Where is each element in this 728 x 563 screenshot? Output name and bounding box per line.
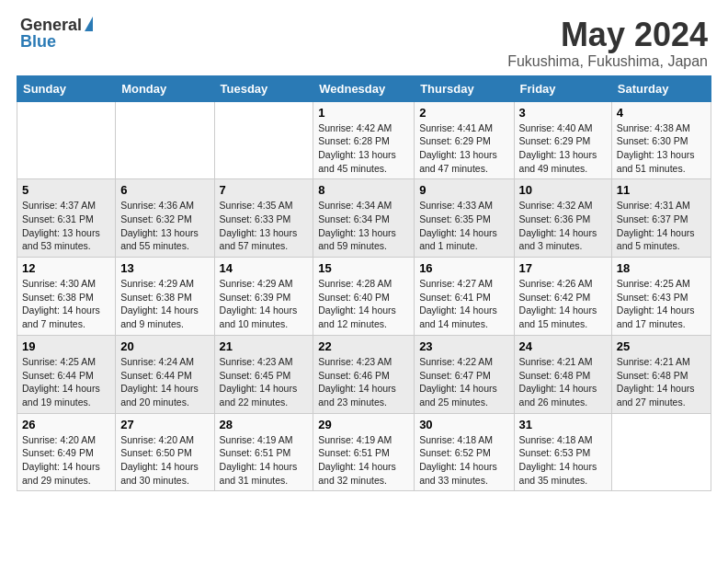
page-header: General Blue May 2024 Fukushima, Fukushi… [9, 9, 719, 75]
calendar-cell: 25Sunrise: 4:21 AM Sunset: 6:48 PM Dayli… [611, 335, 711, 413]
day-info: Sunrise: 4:23 AM Sunset: 6:45 PM Dayligh… [220, 355, 309, 409]
day-info: Sunrise: 4:25 AM Sunset: 6:44 PM Dayligh… [22, 355, 110, 409]
day-number: 1 [318, 106, 409, 120]
day-number: 5 [22, 183, 110, 197]
day-info: Sunrise: 4:29 AM Sunset: 6:38 PM Dayligh… [120, 277, 209, 331]
day-number: 21 [220, 339, 309, 353]
day-header-monday: Monday [116, 75, 214, 101]
calendar-cell: 24Sunrise: 4:21 AM Sunset: 6:48 PM Dayli… [514, 335, 611, 413]
calendar-cell: 29Sunrise: 4:19 AM Sunset: 6:51 PM Dayli… [313, 413, 415, 491]
day-info: Sunrise: 4:37 AM Sunset: 6:31 PM Dayligh… [22, 199, 110, 253]
calendar-wrapper: SundayMondayTuesdayWednesdayThursdayFrid… [9, 75, 719, 500]
day-header-thursday: Thursday [415, 75, 514, 101]
day-number: 15 [318, 261, 409, 275]
logo-general-text: General [20, 17, 82, 33]
week-row-1: 1Sunrise: 4:42 AM Sunset: 6:28 PM Daylig… [17, 101, 711, 179]
logo-blue-text: Blue [20, 33, 56, 50]
calendar-cell: 21Sunrise: 4:23 AM Sunset: 6:45 PM Dayli… [214, 335, 313, 413]
day-number: 7 [220, 183, 309, 197]
day-info: Sunrise: 4:42 AM Sunset: 6:28 PM Dayligh… [318, 121, 409, 176]
day-info: Sunrise: 4:30 AM Sunset: 6:38 PM Dayligh… [22, 277, 110, 331]
week-row-2: 5Sunrise: 4:37 AM Sunset: 6:31 PM Daylig… [17, 179, 711, 258]
day-number: 3 [519, 106, 607, 120]
day-info: Sunrise: 4:24 AM Sunset: 6:44 PM Dayligh… [120, 355, 209, 409]
calendar-cell: 19Sunrise: 4:25 AM Sunset: 6:44 PM Dayli… [17, 335, 116, 413]
calendar-cell: 4Sunrise: 4:38 AM Sunset: 6:30 PM Daylig… [611, 101, 711, 179]
calendar-cell: 11Sunrise: 4:31 AM Sunset: 6:37 PM Dayli… [611, 179, 711, 258]
location-title: Fukushima, Fukushima, Japan [507, 53, 708, 70]
calendar-cell [116, 101, 214, 179]
day-header-saturday: Saturday [611, 75, 711, 101]
week-row-5: 26Sunrise: 4:20 AM Sunset: 6:49 PM Dayli… [17, 413, 711, 491]
header-row: SundayMondayTuesdayWednesdayThursdayFrid… [17, 75, 711, 101]
calendar-cell: 16Sunrise: 4:27 AM Sunset: 6:41 PM Dayli… [415, 258, 514, 336]
day-number: 14 [220, 261, 309, 275]
title-area: May 2024 Fukushima, Fukushima, Japan [507, 17, 708, 70]
day-number: 25 [617, 339, 706, 353]
calendar-cell: 9Sunrise: 4:33 AM Sunset: 6:35 PM Daylig… [415, 179, 514, 258]
day-number: 2 [419, 106, 508, 120]
day-number: 4 [617, 106, 706, 120]
calendar-cell: 5Sunrise: 4:37 AM Sunset: 6:31 PM Daylig… [17, 179, 116, 258]
day-info: Sunrise: 4:21 AM Sunset: 6:48 PM Dayligh… [519, 355, 607, 409]
day-header-wednesday: Wednesday [313, 75, 415, 101]
day-number: 27 [120, 418, 209, 431]
calendar-cell: 6Sunrise: 4:36 AM Sunset: 6:32 PM Daylig… [116, 179, 214, 258]
day-number: 20 [120, 339, 209, 353]
calendar-cell: 20Sunrise: 4:24 AM Sunset: 6:44 PM Dayli… [116, 335, 214, 413]
day-header-friday: Friday [514, 75, 611, 101]
day-number: 13 [120, 261, 209, 275]
day-number: 10 [519, 183, 607, 197]
day-info: Sunrise: 4:20 AM Sunset: 6:49 PM Dayligh… [22, 433, 110, 488]
calendar-cell: 13Sunrise: 4:29 AM Sunset: 6:38 PM Dayli… [116, 258, 214, 336]
day-number: 6 [120, 183, 209, 197]
day-info: Sunrise: 4:18 AM Sunset: 6:53 PM Dayligh… [519, 433, 607, 488]
day-number: 12 [22, 261, 110, 275]
logo-triangle-icon [85, 17, 93, 31]
day-info: Sunrise: 4:29 AM Sunset: 6:39 PM Dayligh… [220, 277, 309, 331]
calendar-cell [17, 101, 116, 179]
day-info: Sunrise: 4:32 AM Sunset: 6:36 PM Dayligh… [519, 199, 607, 253]
calendar-cell: 22Sunrise: 4:23 AM Sunset: 6:46 PM Dayli… [313, 335, 415, 413]
day-info: Sunrise: 4:41 AM Sunset: 6:29 PM Dayligh… [419, 121, 508, 176]
day-info: Sunrise: 4:22 AM Sunset: 6:47 PM Dayligh… [419, 355, 508, 409]
day-number: 29 [318, 418, 409, 431]
calendar-table: SundayMondayTuesdayWednesdayThursdayFrid… [17, 75, 711, 492]
calendar-cell: 28Sunrise: 4:19 AM Sunset: 6:51 PM Dayli… [214, 413, 313, 491]
calendar-cell: 10Sunrise: 4:32 AM Sunset: 6:36 PM Dayli… [514, 179, 611, 258]
day-info: Sunrise: 4:40 AM Sunset: 6:29 PM Dayligh… [519, 121, 607, 176]
calendar-cell: 7Sunrise: 4:35 AM Sunset: 6:33 PM Daylig… [214, 179, 313, 258]
calendar-cell: 14Sunrise: 4:29 AM Sunset: 6:39 PM Dayli… [214, 258, 313, 336]
month-title: May 2024 [507, 17, 708, 53]
calendar-cell [611, 413, 711, 491]
day-info: Sunrise: 4:25 AM Sunset: 6:43 PM Dayligh… [617, 277, 706, 331]
calendar-cell: 27Sunrise: 4:20 AM Sunset: 6:50 PM Dayli… [116, 413, 214, 491]
day-number: 16 [419, 261, 508, 275]
day-number: 18 [617, 261, 706, 275]
day-number: 28 [220, 418, 309, 431]
calendar-cell: 3Sunrise: 4:40 AM Sunset: 6:29 PM Daylig… [514, 101, 611, 179]
day-info: Sunrise: 4:28 AM Sunset: 6:40 PM Dayligh… [318, 277, 409, 331]
day-number: 17 [519, 261, 607, 275]
day-number: 19 [22, 339, 110, 353]
day-number: 22 [318, 339, 409, 353]
calendar-cell: 12Sunrise: 4:30 AM Sunset: 6:38 PM Dayli… [17, 258, 116, 336]
week-row-4: 19Sunrise: 4:25 AM Sunset: 6:44 PM Dayli… [17, 335, 711, 413]
calendar-cell: 18Sunrise: 4:25 AM Sunset: 6:43 PM Dayli… [611, 258, 711, 336]
day-info: Sunrise: 4:35 AM Sunset: 6:33 PM Dayligh… [220, 199, 309, 253]
calendar-cell: 23Sunrise: 4:22 AM Sunset: 6:47 PM Dayli… [415, 335, 514, 413]
day-info: Sunrise: 4:38 AM Sunset: 6:30 PM Dayligh… [617, 121, 706, 176]
day-number: 8 [318, 183, 409, 197]
day-info: Sunrise: 4:34 AM Sunset: 6:34 PM Dayligh… [318, 199, 409, 253]
day-info: Sunrise: 4:36 AM Sunset: 6:32 PM Dayligh… [120, 199, 209, 253]
day-info: Sunrise: 4:18 AM Sunset: 6:52 PM Dayligh… [419, 433, 508, 488]
day-number: 23 [419, 339, 508, 353]
day-info: Sunrise: 4:19 AM Sunset: 6:51 PM Dayligh… [220, 433, 309, 488]
calendar-cell: 15Sunrise: 4:28 AM Sunset: 6:40 PM Dayli… [313, 258, 415, 336]
day-header-tuesday: Tuesday [214, 75, 313, 101]
day-number: 11 [617, 183, 706, 197]
day-info: Sunrise: 4:23 AM Sunset: 6:46 PM Dayligh… [318, 355, 409, 409]
day-info: Sunrise: 4:27 AM Sunset: 6:41 PM Dayligh… [419, 277, 508, 331]
day-number: 31 [519, 418, 607, 431]
day-number: 9 [419, 183, 508, 197]
